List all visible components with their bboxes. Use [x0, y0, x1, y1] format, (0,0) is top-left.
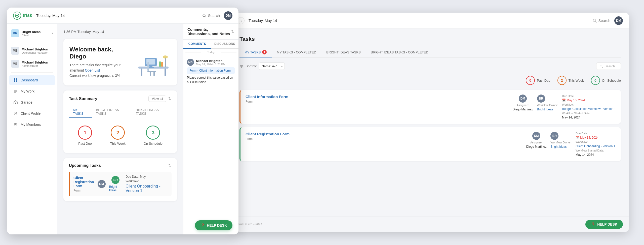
user-avatar[interactable]: DM — [614, 16, 623, 25]
task-title-client-info[interactable]: Client Information Form — [246, 95, 509, 99]
divider-1 — [11, 42, 53, 42]
svg-point-33 — [163, 55, 168, 58]
tab-bright-ideas-tasks-completed[interactable]: BRIGHT IDEAS TASKS - COMPLETED — [366, 47, 433, 57]
user-role-mb2: Administrator — [22, 64, 53, 67]
main-layout: BR Bright Ideas Client ▾ MB Michael Brig… — [7, 24, 238, 234]
sidebar-item-garage[interactable]: Garage — [9, 97, 55, 107]
sidebar-label-dashboard: Dashboard — [21, 78, 38, 82]
comments-panel-title: Comments, Discussions, and Notes — [187, 27, 231, 36]
svg-rect-12 — [16, 78, 17, 80]
sidebar-item-my-work[interactable]: My Work — [9, 86, 55, 96]
chevron-down-icon: ▾ — [52, 32, 53, 35]
svg-rect-36 — [153, 72, 155, 76]
svg-line-6 — [602, 67, 603, 68]
assignee-name: Diego Martinez — [513, 108, 533, 111]
open-list-link[interactable]: Open List — [85, 68, 100, 72]
topbar-dashboard: trisk Tuesday, May 14 Search DM — [7, 8, 238, 24]
upcoming-workflow-label: Workflow: — [126, 179, 168, 183]
sidebar-item-dashboard[interactable]: Dashboard — [9, 75, 55, 85]
toolbar-search[interactable]: Search... — [596, 63, 621, 70]
workspace-info: Bright Ideas Client — [22, 30, 49, 37]
owner-value-2[interactable]: Bright Ideas — [550, 145, 572, 148]
svg-rect-19 — [15, 103, 16, 104]
workspace-avatar: BR — [11, 29, 19, 37]
client-profile-icon — [13, 111, 18, 116]
comment-form-link[interactable]: Form - Client Information Form — [187, 67, 235, 74]
task-card-main: Client Information Form Form — [246, 95, 509, 103]
help-desk-button-back[interactable]: ❓ HELP DESK — [585, 220, 623, 229]
back-button[interactable]: ‹ — [237, 17, 245, 24]
help-icon: ❓ — [591, 222, 595, 226]
status-cell-past-due: 1 Past Due — [78, 126, 92, 145]
task-dates: Due Date: 📅 May 15, 2024 Workflow: Budge… — [562, 95, 616, 119]
user-avatar-front[interactable]: DM — [224, 11, 232, 20]
upcoming-owner-section: BR Bright Ideas — [109, 176, 122, 192]
comments-tabs: COMMENTS DISCUSSIONS — [183, 40, 238, 49]
search-placeholder: Search... — [605, 64, 618, 68]
summary-tab-bright-ideas-2[interactable]: BRIGHT IDEAS TASKS — [132, 106, 172, 118]
help-desk-button-front[interactable]: ❓ HELP DESK — [195, 220, 232, 230]
upcoming-refresh-icon[interactable]: ↻ — [168, 163, 172, 168]
tab-my-tasks-completed[interactable]: MY TASKS - COMPLETED — [272, 47, 321, 57]
tasks-page: Tasks MY TASKS 1 MY TASKS - COMPLETED BR… — [231, 29, 629, 217]
upcoming-task-title[interactable]: Client Registration Form — [73, 176, 94, 188]
user-item-mb1[interactable]: MB Michael Brighton Operational manager — [7, 44, 57, 57]
tab-bright-ideas-tasks[interactable]: BRIGHT IDEAS TASKS — [321, 47, 366, 57]
sidebar-label-garage: Garage — [21, 100, 32, 104]
workspace-item[interactable]: BR Bright Ideas Client ▾ — [7, 27, 57, 40]
svg-rect-13 — [14, 80, 15, 82]
comment-avatar: MB — [187, 59, 194, 66]
sidebar-item-client-profile[interactable]: Client Profile — [9, 108, 55, 118]
status-cell-this-week: 2 This Week — [110, 126, 126, 145]
sort-select[interactable]: Name: A-Z — [259, 63, 285, 70]
task-title-client-reg[interactable]: Client Registration Form — [246, 132, 522, 136]
search-button-front[interactable]: Search — [202, 13, 220, 18]
search-label-front: Search — [208, 13, 220, 18]
comments-refresh-icon[interactable]: ↻ — [231, 29, 234, 34]
on-schedule-circle: 0 — [591, 76, 600, 85]
refresh-icon[interactable]: ↻ — [168, 96, 172, 101]
summary-tab-my-tasks[interactable]: MY TASKS — [69, 106, 92, 118]
sidebar-item-my-members[interactable]: My Members — [9, 119, 55, 130]
workflow-link-2[interactable]: Client Onboarding - Version 1 — [576, 144, 616, 148]
this-week-big-label: This Week — [110, 142, 126, 145]
tab-my-tasks[interactable]: MY TASKS 1 — [239, 47, 272, 57]
user-avatar-mb1: MB — [11, 47, 19, 55]
page-title: Tasks — [239, 36, 621, 42]
svg-line-10 — [205, 16, 206, 17]
topbar-date-front: Tuesday, May 14 — [36, 13, 198, 18]
sort-by-section: Sort by: Name: A-Z — [239, 63, 285, 70]
workspace-role: Client — [22, 34, 49, 37]
logo: trisk — [13, 12, 32, 20]
upcoming-owner-link[interactable]: Bright Ideas — [109, 185, 122, 192]
comment-time: May 14, 2024 / 1:28 PM — [196, 63, 225, 66]
comments-tab-discussions[interactable]: DISCUSSIONS — [211, 40, 239, 49]
user-item-mb2[interactable]: MB Michael Brighton Administrator — [7, 57, 57, 70]
this-week-label: This Week — [569, 79, 584, 82]
upcoming-task-main: Client Registration Form Form — [73, 176, 94, 192]
sort-label: Sort by: — [246, 64, 257, 68]
upcoming-workflow-link[interactable]: Client Onboarding - Version 1 — [126, 184, 168, 193]
summary-tab-bright-ideas-1[interactable]: BRIGHT IDEAS TASKS — [92, 106, 132, 118]
upcoming-due-label: Due Date: May — [126, 175, 168, 178]
logo-icon — [13, 12, 21, 20]
due-date-2: 📅 May 14, 2024 — [576, 136, 616, 139]
started-date: May 14, 2024 — [562, 116, 616, 119]
upcoming-tasks-card: Upcoming Tasks ↻ Client Registration For… — [63, 158, 177, 201]
status-on-schedule: 0 On Schedule — [591, 76, 621, 85]
this-week-big-circle: 2 — [111, 126, 125, 140]
svg-rect-34 — [147, 71, 156, 72]
sidebar-label-my-work: My Work — [21, 89, 34, 93]
task-summary-header: Task Summary View all ↻ — [69, 96, 172, 102]
workflow-link[interactable]: Budget Calculation Workflow - Version 1 — [562, 107, 616, 111]
owner-value[interactable]: Bright Ideas — [537, 108, 558, 111]
comment-item: MB Michael Brighton May 14, 2024 / 1:28 … — [183, 56, 238, 87]
upcoming-assignee-avatar: DM — [98, 180, 106, 188]
assignee-avatar: DM — [519, 95, 527, 103]
view-all-button[interactable]: View all — [148, 96, 166, 102]
comments-tab-comments[interactable]: COMMENTS — [183, 40, 211, 49]
search-button[interactable]: Search — [593, 18, 610, 23]
past-due-big-label: Past Due — [78, 142, 92, 145]
assignee-label-2: Assignee: — [530, 141, 542, 144]
comment-date-divider: Today — [183, 49, 238, 56]
